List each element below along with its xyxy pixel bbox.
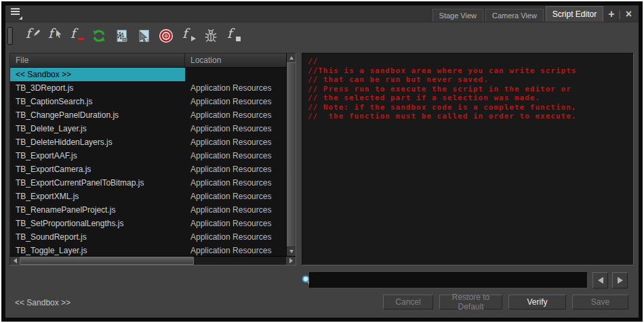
location-cell: Application Resources xyxy=(185,176,286,190)
file-cell: TB_ExportXML.js xyxy=(10,190,185,203)
add-view-icon[interactable]: + xyxy=(608,6,614,22)
pick-target-button[interactable] xyxy=(136,28,151,43)
restore-to-default-button[interactable]: Restore to Default xyxy=(439,295,502,309)
table-row[interactable]: TB_Toggle_Layer.js Application Resources xyxy=(10,244,286,256)
cancel-button[interactable]: Cancel xyxy=(383,295,433,309)
tab-separator: | xyxy=(619,6,621,22)
file-cell: TB_ExportCurrentPanelToBitmap.js xyxy=(10,176,185,190)
pencil-icon xyxy=(32,29,41,38)
scroll-up-button[interactable] xyxy=(287,53,296,62)
panel-menu-corner-icon xyxy=(19,16,22,20)
code-line: // the selected part if a selection was … xyxy=(308,93,628,103)
debug-script-button[interactable] xyxy=(203,28,218,43)
table-row[interactable]: TB_SetProportionalLengths.js Application… xyxy=(10,217,286,230)
file-cell: TB_CaptionSearch.js xyxy=(10,95,185,108)
close-view-icon[interactable]: × xyxy=(626,6,632,22)
tab-script-editor[interactable]: Script Editor xyxy=(546,6,603,22)
location-cell: Application Resources xyxy=(185,244,286,256)
location-cell: Application Resources xyxy=(185,190,286,203)
table-row[interactable]: TB_Delete_Layer.js Application Resources xyxy=(10,122,286,135)
location-cell: Application Resources xyxy=(185,135,286,149)
save-button[interactable]: Save xyxy=(572,295,628,309)
gear-page-icon xyxy=(114,28,129,43)
external-editor-button[interactable] xyxy=(114,28,129,43)
table-horizontal-scrollbar[interactable] xyxy=(10,256,296,265)
code-line: //This is a sandbox area where you can w… xyxy=(308,66,628,76)
location-cell: Application Resources xyxy=(185,95,286,108)
horizontal-scroll-thumb[interactable] xyxy=(20,257,194,265)
left-arrow-icon xyxy=(14,258,17,263)
tab-stage-view[interactable]: Stage View xyxy=(432,9,483,22)
location-cell: Application Resources xyxy=(185,108,286,122)
table-row[interactable]: TB_ChangePanelDuration.js Application Re… xyxy=(10,108,286,122)
vertical-scroll-thumb[interactable] xyxy=(287,62,296,247)
table-row[interactable]: TB_RenamePanelProject.js Application Res… xyxy=(10,203,286,217)
tab-camera-view[interactable]: Camera View xyxy=(485,9,544,22)
file-table-body: << Sandbox >> TB_3DReport.js Application… xyxy=(10,68,286,256)
file-cell: TB_ExportAAF.js xyxy=(10,149,185,163)
delete-script-button[interactable]: f xyxy=(69,28,84,43)
location-cell: Application Resources xyxy=(185,203,286,217)
view-tabs: Stage View Camera View Script Editor + |… xyxy=(430,6,632,22)
table-row[interactable]: << Sandbox >> xyxy=(10,68,286,81)
current-script-status: << Sandbox >> xyxy=(15,298,71,307)
file-cell: TB_Delete_Layer.js xyxy=(10,122,185,135)
cursor-page-icon xyxy=(136,28,151,43)
panel-header: Stage View Camera View Script Editor + |… xyxy=(5,5,639,22)
play-icon xyxy=(191,36,196,41)
panel-body: Stage View Camera View Script Editor + |… xyxy=(5,5,639,318)
cursor-icon xyxy=(56,30,62,38)
table-header: File Location xyxy=(10,53,286,68)
scroll-down-button[interactable] xyxy=(287,247,296,256)
code-line: // Press run to execute the script in th… xyxy=(308,85,628,94)
column-header-file[interactable]: File xyxy=(10,53,185,67)
refresh-scripts-button[interactable] xyxy=(92,28,106,43)
column-header-location[interactable]: Location xyxy=(185,53,286,67)
find-next-button[interactable] xyxy=(612,272,628,288)
script-file-table: File Location << Sandbox >> TB_3DReport.… xyxy=(9,53,296,265)
panel-menu-icon[interactable] xyxy=(11,8,24,20)
table-row[interactable]: TB_3DReport.js Application Resources xyxy=(10,81,286,95)
refresh-icon xyxy=(92,28,106,43)
set-target-button[interactable] xyxy=(159,28,174,43)
new-script-button[interactable]: f xyxy=(24,28,39,43)
scroll-right-button[interactable] xyxy=(286,257,296,265)
toolbar-grip[interactable] xyxy=(7,27,13,45)
stop-script-button[interactable]: f xyxy=(226,28,241,43)
file-cell: TB_SetProportionalLengths.js xyxy=(10,217,185,230)
file-cell: TB_SoundReport.js xyxy=(10,230,185,244)
file-cell: << Sandbox >> xyxy=(10,68,185,81)
table-row[interactable]: TB_CaptionSearch.js Application Resource… xyxy=(10,95,286,108)
table-row[interactable]: TB_DeleteHiddenLayers.js Application Res… xyxy=(10,135,286,149)
right-arrow-icon xyxy=(289,258,293,263)
code-area[interactable]: ////This is a sandbox area where you can… xyxy=(302,53,634,265)
up-arrow-icon xyxy=(289,56,294,60)
function-glyph: f xyxy=(26,26,31,41)
location-cell: Application Resources xyxy=(185,230,286,244)
table-row[interactable]: TB_ExportCamera.js Application Resources xyxy=(10,163,286,176)
table-row[interactable]: TB_ExportXML.js Application Resources xyxy=(10,190,286,203)
code-line: // Note: if the sandbox code is a comple… xyxy=(308,103,628,112)
next-arrow-icon xyxy=(618,277,623,284)
scroll-left-button[interactable] xyxy=(10,257,20,265)
verify-button[interactable]: Verify xyxy=(508,295,566,309)
table-row[interactable]: TB_ExportCurrentPanelToBitmap.js Applica… xyxy=(10,176,286,190)
script-editor-window: Stage View Camera View Script Editor + |… xyxy=(1,1,643,322)
table-vertical-scrollbar[interactable] xyxy=(286,53,296,256)
script-search-input[interactable] xyxy=(309,272,588,288)
location-cell: Application Resources xyxy=(185,163,286,176)
import-script-button[interactable]: f xyxy=(47,28,62,43)
table-row[interactable]: TB_SoundReport.js Application Resources xyxy=(10,230,286,244)
location-cell: Application Resources xyxy=(185,217,286,230)
file-cell: TB_Toggle_Layer.js xyxy=(10,244,185,256)
bullseye-icon xyxy=(159,28,174,43)
stop-icon xyxy=(236,37,241,41)
location-cell: Application Resources xyxy=(185,122,286,135)
find-previous-button[interactable] xyxy=(592,272,608,288)
table-row[interactable]: TB_ExportAAF.js Application Resources xyxy=(10,149,286,163)
code-line: // that can be run but never saved. xyxy=(308,75,628,85)
run-script-button[interactable]: f xyxy=(181,28,196,43)
file-cell: TB_DeleteHiddenLayers.js xyxy=(10,135,185,149)
file-cell: TB_3DReport.js xyxy=(10,81,185,95)
location-cell: Application Resources xyxy=(185,149,286,163)
